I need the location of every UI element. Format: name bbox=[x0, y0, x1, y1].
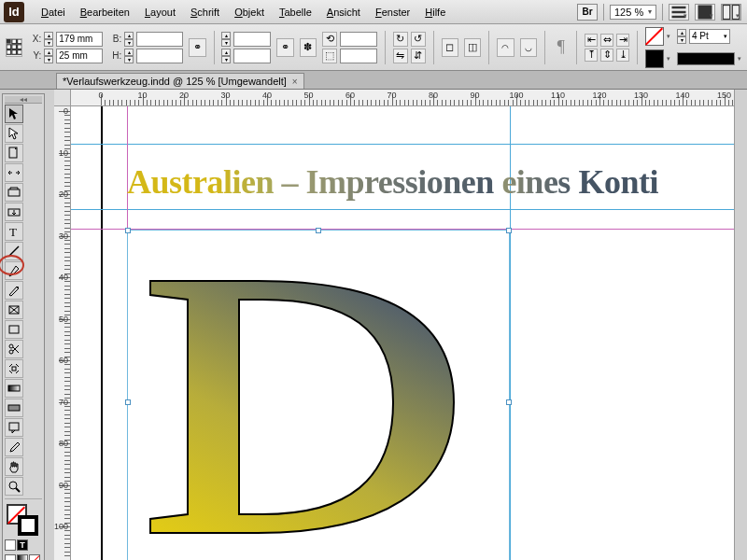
flip-v-icon[interactable]: ⇵ bbox=[411, 49, 426, 63]
free-transform-tool[interactable] bbox=[5, 359, 23, 378]
apply-none-icon[interactable] bbox=[5, 554, 16, 560]
document-canvas[interactable]: Australien – Impressionen eines Konti bbox=[71, 106, 747, 560]
svg-rect-32 bbox=[9, 423, 19, 430]
arrange-documents-icon[interactable] bbox=[721, 4, 741, 21]
svg-rect-30 bbox=[8, 385, 20, 391]
pencil-tool[interactable] bbox=[5, 281, 23, 300]
pen-tool[interactable] bbox=[5, 261, 23, 280]
guide-horizontal[interactable] bbox=[71, 209, 747, 210]
selection-tool[interactable] bbox=[5, 105, 23, 123]
menu-fenster[interactable]: Fenster bbox=[368, 4, 417, 21]
type-tool[interactable]: T bbox=[5, 222, 23, 241]
gradient-feather-tool[interactable] bbox=[5, 399, 23, 417]
panel-grip[interactable]: ◂◂ bbox=[5, 96, 42, 104]
bug-icon[interactable]: ✽ bbox=[300, 38, 317, 57]
drop-cap-letter[interactable] bbox=[136, 248, 482, 556]
document-tab[interactable]: *Verlaufswerkzeug.indd @ 125 % [Umgewand… bbox=[56, 73, 304, 89]
menu-bearbeiten[interactable]: Bearbeiten bbox=[73, 4, 137, 21]
shear-icon[interactable]: ⬚ bbox=[322, 49, 337, 63]
scissors-tool[interactable] bbox=[5, 340, 23, 358]
bridge-button[interactable]: Br bbox=[577, 4, 598, 21]
y-label: Y: bbox=[28, 50, 41, 61]
scale-x-input[interactable] bbox=[233, 32, 271, 47]
y-input[interactable] bbox=[56, 49, 103, 63]
link-scale-icon[interactable]: ⚭ bbox=[276, 38, 293, 57]
stroke-style-preview[interactable] bbox=[677, 52, 735, 65]
select-container-icon[interactable]: ◻ bbox=[442, 38, 458, 57]
headline-text[interactable]: Australien – Impressionen eines Konti bbox=[127, 162, 658, 202]
gap-tool[interactable] bbox=[5, 163, 23, 182]
menu-datei[interactable]: Datei bbox=[34, 4, 73, 21]
rotate-ccw-icon[interactable]: ↺ bbox=[411, 32, 426, 47]
stroke-proxy[interactable] bbox=[18, 515, 38, 536]
eyedropper-tool[interactable] bbox=[5, 438, 23, 456]
corner-options-icon[interactable]: ◠ bbox=[497, 38, 514, 57]
apply-last-color-icon[interactable] bbox=[29, 554, 40, 560]
corner-radius-icon[interactable]: ◡ bbox=[520, 38, 537, 57]
fill-stroke-proxy[interactable] bbox=[5, 504, 42, 538]
apply-color-text-icon[interactable]: T bbox=[17, 539, 28, 551]
direct-selection-tool[interactable] bbox=[5, 124, 23, 143]
apply-gradient-icon[interactable] bbox=[17, 554, 28, 560]
document-tab-bar: *Verlaufswerkzeug.indd @ 125 % [Umgewand… bbox=[0, 71, 747, 90]
menu-hilfe[interactable]: Hilfe bbox=[417, 4, 453, 21]
menu-layout[interactable]: Layout bbox=[137, 4, 183, 21]
rectangle-tool[interactable] bbox=[5, 320, 23, 339]
content-placer-tool[interactable] bbox=[5, 203, 23, 221]
align-right-icon[interactable]: ⇥ bbox=[616, 34, 629, 47]
h-input[interactable] bbox=[136, 49, 183, 63]
paragraph-style-icon[interactable]: ¶ bbox=[553, 37, 569, 57]
apply-color-container-icon[interactable] bbox=[5, 539, 16, 551]
vertical-ruler[interactable]: 0102030405060708090100110 bbox=[54, 106, 71, 560]
reference-point-icon[interactable] bbox=[6, 38, 22, 57]
flip-h-icon[interactable]: ⇋ bbox=[393, 49, 408, 63]
rotate-icon[interactable]: ⟲ bbox=[322, 32, 337, 47]
headline-dash: – bbox=[274, 163, 306, 201]
stroke-weight-input[interactable]: 4 Pt bbox=[689, 29, 730, 44]
content-collector-tool[interactable] bbox=[5, 183, 23, 202]
menu-tabelle[interactable]: Tabelle bbox=[272, 4, 319, 21]
rotate-input[interactable] bbox=[340, 32, 377, 47]
scale-y-input[interactable] bbox=[233, 49, 271, 63]
note-tool[interactable] bbox=[5, 418, 23, 437]
svg-line-19 bbox=[9, 246, 19, 256]
stroke-swatch[interactable] bbox=[645, 49, 664, 68]
fill-swatch[interactable] bbox=[645, 27, 664, 46]
line-tool[interactable] bbox=[5, 242, 23, 260]
shear-input[interactable] bbox=[340, 49, 377, 63]
guide-horizontal[interactable] bbox=[71, 144, 747, 145]
menu-objekt[interactable]: Objekt bbox=[227, 4, 272, 21]
gradient-swatch-tool[interactable] bbox=[5, 379, 23, 398]
x-input[interactable] bbox=[56, 32, 103, 47]
align-center-icon[interactable]: ⇔ bbox=[600, 34, 613, 47]
select-content-icon[interactable]: ◫ bbox=[464, 38, 481, 57]
menu-ansicht[interactable]: Ansicht bbox=[319, 4, 368, 21]
link-wh-icon[interactable]: ⚭ bbox=[189, 38, 205, 57]
zoom-tool[interactable] bbox=[5, 477, 23, 496]
rotate-cw-icon[interactable]: ↻ bbox=[393, 32, 408, 47]
close-icon[interactable]: × bbox=[292, 77, 298, 87]
zoom-level[interactable]: 125 % bbox=[610, 5, 656, 20]
screen-mode-icon[interactable] bbox=[695, 4, 715, 21]
headline-word-3: eines bbox=[494, 163, 579, 201]
hand-tool[interactable] bbox=[5, 457, 23, 476]
rectangle-frame-tool[interactable] bbox=[5, 301, 23, 319]
svg-point-26 bbox=[9, 350, 13, 354]
svg-rect-5 bbox=[732, 5, 740, 19]
align-top-icon[interactable]: ⤒ bbox=[585, 49, 598, 62]
ruler-origin[interactable] bbox=[54, 90, 71, 106]
panel-dock[interactable] bbox=[734, 90, 747, 560]
view-options-icon[interactable] bbox=[669, 4, 689, 21]
horizontal-ruler[interactable]: 0102030405060708090100110120130140150160 bbox=[71, 90, 747, 106]
w-input[interactable] bbox=[136, 32, 183, 47]
svg-rect-31 bbox=[8, 405, 20, 411]
svg-rect-24 bbox=[9, 326, 19, 333]
svg-point-20 bbox=[17, 287, 19, 288]
align-middle-icon[interactable]: ⇕ bbox=[600, 49, 613, 62]
menu-schrift[interactable]: Schrift bbox=[183, 4, 227, 21]
page-tool[interactable] bbox=[5, 144, 23, 162]
align-left-icon[interactable]: ⇤ bbox=[585, 34, 598, 47]
headline-word-1: Australien bbox=[127, 163, 274, 201]
svg-text:T: T bbox=[9, 225, 17, 238]
align-bottom-icon[interactable]: ⤓ bbox=[616, 49, 629, 62]
